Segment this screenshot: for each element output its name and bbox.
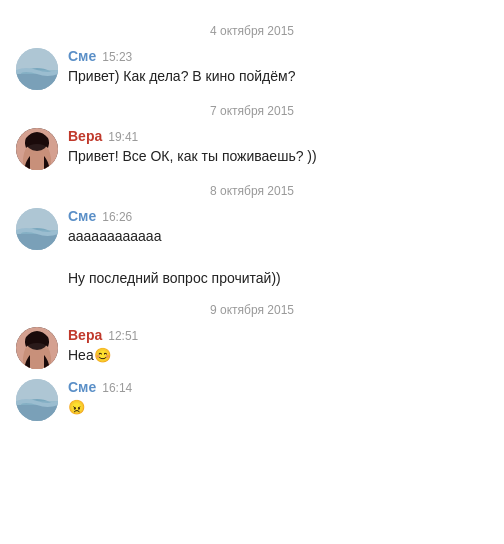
message-row: Сме16:14😠	[16, 379, 488, 421]
sender-name: Сме	[68, 48, 96, 64]
svg-rect-17	[16, 405, 58, 421]
message-time: 16:14	[102, 381, 132, 395]
message-text: Неа😊	[68, 345, 488, 366]
message-text: Привет! Все ОК, как ты поживаешь? ))	[68, 146, 488, 167]
message-text: 😠	[68, 397, 488, 418]
message-time: 19:41	[108, 130, 138, 144]
avatar	[16, 48, 58, 90]
message-text: ааааааааааааНу последний вопрос прочитай…	[68, 226, 488, 289]
date-divider: 4 октября 2015	[16, 24, 488, 38]
message-header: Вера19:41	[68, 128, 488, 144]
sender-name: Сме	[68, 208, 96, 224]
avatar	[16, 128, 58, 170]
sender-name: Сме	[68, 379, 96, 395]
message-row: Сме15:23Привет) Как дела? В кино пойдём?	[16, 48, 488, 90]
date-divider: 7 октября 2015	[16, 104, 488, 118]
chat-container: 4 октября 2015 Сме15:23Привет) Как дела?…	[0, 0, 504, 441]
message-header: Сме16:14	[68, 379, 488, 395]
sender-name: Вера	[68, 327, 102, 343]
date-divider: 8 октября 2015	[16, 184, 488, 198]
message-content: Сме16:14😠	[68, 379, 488, 418]
message-content: Вера12:51Неа😊	[68, 327, 488, 366]
message-time: 16:26	[102, 210, 132, 224]
sender-name: Вера	[68, 128, 102, 144]
message-row: Сме16:26ааааааааааааНу последний вопрос …	[16, 208, 488, 289]
message-time: 12:51	[108, 329, 138, 343]
avatar	[16, 327, 58, 369]
date-divider: 9 октября 2015	[16, 303, 488, 317]
message-header: Вера12:51	[68, 327, 488, 343]
message-header: Сме15:23	[68, 48, 488, 64]
avatar	[16, 379, 58, 421]
message-text: Привет) Как дела? В кино пойдём?	[68, 66, 488, 87]
message-row: Вера12:51Неа😊	[16, 327, 488, 369]
avatar	[16, 208, 58, 250]
message-time: 15:23	[102, 50, 132, 64]
svg-rect-10	[16, 234, 58, 250]
message-header: Сме16:26	[68, 208, 488, 224]
message-content: Вера19:41Привет! Все ОК, как ты поживаеш…	[68, 128, 488, 167]
message-content: Сме15:23Привет) Как дела? В кино пойдём?	[68, 48, 488, 87]
message-row: Вера19:41Привет! Все ОК, как ты поживаеш…	[16, 128, 488, 170]
message-content: Сме16:26ааааааааааааНу последний вопрос …	[68, 208, 488, 289]
svg-rect-3	[16, 74, 58, 90]
